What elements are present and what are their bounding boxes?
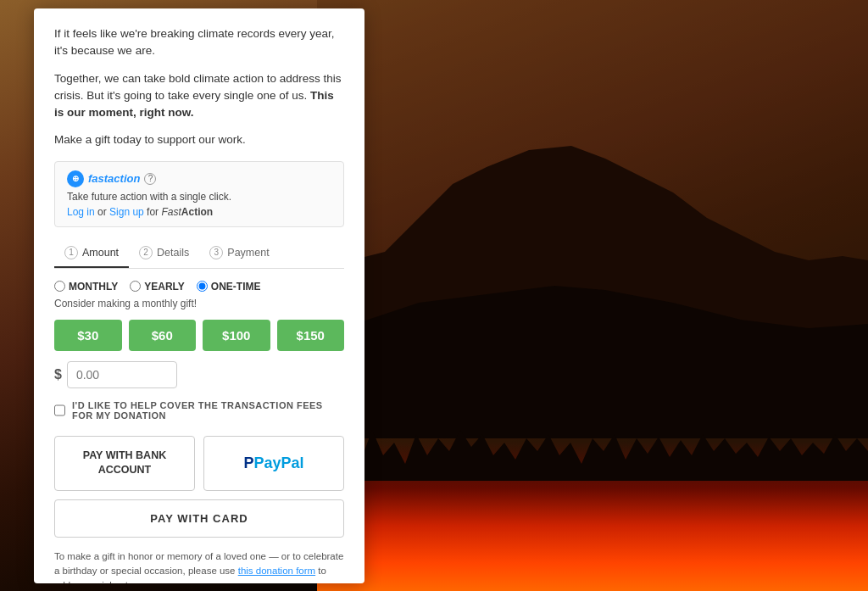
honor-footer-text: To make a gift in honor or memory of a l…	[54, 549, 344, 584]
custom-amount-row: $	[54, 361, 344, 388]
fee-checkbox-input[interactable]	[54, 404, 65, 416]
fastaction-icon: ⊕	[67, 170, 84, 187]
donation-form-link[interactable]: this donation form	[238, 566, 315, 576]
onetime-label: ONE-TIME	[211, 281, 261, 293]
tab-details-label: Details	[157, 247, 189, 259]
amount-buttons-group: $30 $60 $100 $150	[54, 320, 344, 351]
fee-label-text: I'D LIKE TO HELP COVER THE TRANSACTION F…	[72, 400, 344, 421]
login-link[interactable]: Log in	[67, 206, 95, 218]
fastaction-name: fastaction	[88, 172, 140, 185]
step-tabs: 1 Amount 2 Details 3 Payment	[54, 239, 344, 269]
signup-link[interactable]: Sign up	[109, 206, 144, 218]
tab-num-1: 1	[64, 246, 78, 259]
dollar-sign-icon: $	[54, 367, 62, 382]
amount-60-button[interactable]: $60	[129, 320, 197, 351]
fastaction-italic: Fast	[161, 206, 181, 218]
tab-num-2: 2	[139, 246, 153, 259]
tab-num-3: 3	[209, 246, 223, 259]
intro-paragraph-3: Make a gift today to support our work.	[54, 131, 344, 148]
amount-100-button[interactable]: $100	[203, 320, 270, 351]
fire-glow	[317, 404, 868, 591]
paypal-p-blue: P	[243, 454, 253, 471]
paypal-p-light: PayPal	[253, 454, 303, 471]
fastaction-section: ⊕ fastaction ? Take future action with a…	[54, 161, 344, 227]
onetime-radio[interactable]	[197, 281, 208, 292]
yearly-radio[interactable]	[130, 281, 141, 292]
pay-with-card-button[interactable]: PAY WITH CARD	[54, 499, 344, 538]
fastaction-bold: Action	[181, 206, 213, 218]
paypal-logo: PPayPal	[243, 454, 303, 472]
monthly-label: MONTHLY	[69, 281, 118, 293]
yearly-option[interactable]: YEARLY	[130, 281, 185, 293]
intro-paragraph-1: If it feels like we're breaking climate …	[54, 25, 344, 60]
amount-150-button[interactable]: $150	[277, 320, 345, 351]
amount-30-button[interactable]: $30	[54, 320, 122, 351]
onetime-option[interactable]: ONE-TIME	[197, 281, 261, 293]
tab-payment-label: Payment	[227, 247, 269, 259]
bank-account-button[interactable]: PAY WITH BANKACCOUNT	[54, 436, 195, 491]
intro-paragraph-2: Together, we can take bold climate actio…	[54, 70, 344, 122]
custom-amount-input[interactable]	[67, 361, 177, 388]
fastaction-links: Log in or Sign up for FastAction	[67, 206, 331, 218]
payment-buttons-row: PAY WITH BANKACCOUNT PPayPal	[54, 436, 344, 491]
fastaction-logo: ⊕ fastaction ?	[67, 170, 331, 187]
mountain-silhouette	[317, 99, 868, 438]
tab-amount[interactable]: 1 Amount	[54, 239, 129, 268]
fee-checkbox-row: I'D LIKE TO HELP COVER THE TRANSACTION F…	[54, 400, 344, 421]
donation-form-panel: If it feels like we're breaking climate …	[34, 8, 364, 583]
paypal-button[interactable]: PPayPal	[203, 436, 344, 491]
monthly-hint: Consider making a monthly gift!	[54, 298, 344, 309]
fastaction-help-icon[interactable]: ?	[144, 173, 156, 185]
fastaction-tagline: Take future action with a single click.	[67, 191, 331, 203]
tab-details[interactable]: 2 Details	[129, 239, 199, 268]
tab-amount-label: Amount	[82, 247, 119, 259]
monthly-radio[interactable]	[54, 281, 65, 292]
tab-payment[interactable]: 3 Payment	[199, 239, 279, 268]
monthly-option[interactable]: MONTHLY	[54, 281, 118, 293]
frequency-radio-group: MONTHLY YEARLY ONE-TIME	[54, 281, 344, 293]
yearly-label: YEARLY	[144, 281, 185, 293]
